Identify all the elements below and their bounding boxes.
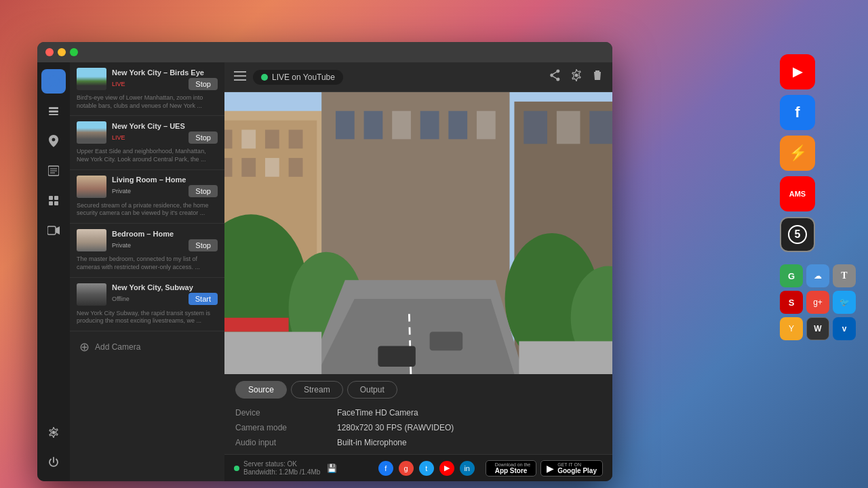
- svg-rect-34: [336, 111, 355, 140]
- device-value: FaceTime HD Camera: [337, 408, 601, 418]
- social-facebook[interactable]: f: [378, 461, 393, 476]
- desktop-google-icon[interactable]: G: [780, 264, 803, 287]
- stop-button[interactable]: Stop: [189, 239, 218, 251]
- camera-item[interactable]: New York City, Subway Offline Start New …: [70, 278, 224, 331]
- desktop-s-icon[interactable]: S: [780, 291, 803, 314]
- desktop-facebook-icon[interactable]: f: [780, 95, 815, 130]
- social-youtube[interactable]: ▶: [439, 461, 454, 476]
- camera-thumbnail: [77, 176, 106, 198]
- desktop-w-icon[interactable]: W: [806, 317, 829, 340]
- camera-status: Offline: [112, 296, 130, 302]
- sidebar-item-play[interactable]: [41, 69, 66, 94]
- camera-name: Bedroom – Home: [112, 230, 218, 238]
- settings-icon[interactable]: [570, 69, 583, 85]
- share-icon[interactable]: [549, 69, 561, 85]
- googleplay-badge[interactable]: ▶ GET IT ON Google Play: [540, 460, 603, 476]
- close-button[interactable]: [45, 48, 54, 56]
- app-body: New York City – Birds Eye LIVE Stop Bird…: [37, 62, 612, 481]
- svg-rect-55: [224, 332, 321, 374]
- camera-status: Private: [112, 242, 131, 249]
- camera-item[interactable]: Living Room – Home Private Stop Secured …: [70, 170, 224, 224]
- delete-icon[interactable]: [592, 69, 603, 85]
- sidebar-item-grid[interactable]: [41, 188, 66, 213]
- svg-point-15: [52, 431, 56, 434]
- camera-item[interactable]: New York City – Birds Eye LIVE Stop Bird…: [70, 62, 224, 116]
- desktop-ams-icon[interactable]: AMS: [780, 176, 815, 211]
- sidebar-item-location[interactable]: [41, 129, 66, 153]
- sidebar: [37, 62, 70, 481]
- tab-source[interactable]: Source: [235, 381, 287, 399]
- social-google[interactable]: g: [399, 461, 414, 476]
- sidebar-item-power[interactable]: [41, 450, 66, 474]
- status-text: Server status: OK Bandwidth: 1.2Mb /1.4M…: [243, 460, 320, 476]
- camera-mode-label: Camera mode: [235, 423, 330, 432]
- svg-rect-24: [224, 129, 232, 148]
- appstore-badge[interactable]: Download on the App Store: [486, 460, 537, 476]
- maximize-button[interactable]: [70, 48, 78, 56]
- tab-output[interactable]: Output: [347, 381, 397, 399]
- desktop-lightning-icon[interactable]: ⚡: [780, 136, 815, 171]
- audio-input-value: Built-in Microphone: [337, 438, 601, 447]
- social-linkedin[interactable]: in: [460, 461, 475, 476]
- svg-marker-1: [52, 79, 57, 84]
- svg-rect-25: [241, 129, 256, 148]
- bandwidth-text: Bandwidth: 1.2Mb /1.4Mb: [243, 468, 320, 476]
- svg-rect-13: [47, 226, 56, 235]
- sidebar-item-library[interactable]: [41, 99, 66, 123]
- stop-button[interactable]: Stop: [189, 185, 218, 197]
- svg-rect-4: [49, 114, 58, 115]
- add-camera-label: Add Camera: [95, 342, 140, 352]
- device-label: Device: [235, 408, 330, 418]
- store-badges: Download on the App Store ▶ GET IT ON Go…: [486, 460, 603, 476]
- camera-description: Secured stream of a private residence, t…: [77, 202, 218, 218]
- desktop-icon-column: ▶ f ⚡ AMS 5 G ☁ T S g+ 🐦 Y W v: [780, 54, 856, 340]
- svg-point-19: [575, 74, 578, 77]
- svg-rect-56: [519, 341, 612, 374]
- camera-thumbnail: [77, 229, 106, 251]
- camera-item[interactable]: Bedroom – Home Private Stop The master b…: [70, 224, 224, 277]
- camera-name: New York City – UES: [112, 122, 218, 130]
- bottom-panel: Source Stream Output Device FaceTime HD …: [224, 374, 612, 454]
- social-icons: f g t ▶ in: [378, 461, 475, 476]
- stop-button[interactable]: Stop: [189, 131, 218, 144]
- menu-icon[interactable]: [234, 71, 246, 83]
- server-status: Server status: OK Bandwidth: 1.2Mb /1.4M…: [234, 460, 337, 476]
- audio-input-label: Audio input: [235, 438, 330, 447]
- video-preview: [224, 92, 612, 374]
- minimize-button[interactable]: [58, 48, 66, 56]
- svg-rect-42: [557, 111, 580, 144]
- tab-row: Source Stream Output: [235, 381, 601, 399]
- camera-status: LIVE: [112, 134, 125, 141]
- add-camera-button[interactable]: ⊕ Add Camera: [70, 331, 224, 363]
- desktop-gplus-icon[interactable]: g+: [806, 291, 829, 314]
- live-dot: [261, 74, 268, 81]
- server-status-text: Server status: OK: [243, 460, 320, 468]
- desktop-y-icon[interactable]: Y: [780, 317, 803, 340]
- desktop-v-icon[interactable]: v: [833, 317, 856, 340]
- camera-item[interactable]: New York City – UES LIVE Stop Upper East…: [70, 116, 224, 169]
- camera-mode-value: 868x488 30 FPS (RAWVIDEO): [337, 423, 601, 432]
- sidebar-item-list[interactable]: [41, 159, 66, 183]
- sidebar-item-video[interactable]: [41, 218, 66, 243]
- desktop-cloud-icon[interactable]: ☁: [806, 264, 829, 287]
- svg-rect-31: [265, 158, 279, 177]
- social-twitter[interactable]: t: [419, 461, 434, 476]
- live-text: LIVE on YouTube: [272, 73, 335, 82]
- tab-stream[interactable]: Stream: [291, 381, 343, 399]
- desktop-s5-icon[interactable]: 5: [780, 217, 815, 252]
- sidebar-item-settings[interactable]: [41, 420, 66, 445]
- start-button[interactable]: Start: [189, 293, 218, 305]
- stop-button[interactable]: Stop: [189, 78, 218, 90]
- desktop-t-icon[interactable]: T: [833, 264, 856, 287]
- svg-rect-54: [224, 318, 289, 332]
- camera-name: Living Room – Home: [112, 176, 218, 184]
- svg-rect-3: [49, 110, 58, 113]
- desktop-youtube-icon[interactable]: ▶: [780, 54, 815, 89]
- camera-thumbnail: [77, 283, 106, 306]
- camera-name: New York City, Subway: [112, 283, 218, 291]
- source-info: Device FaceTime HD Camera Camera mode 12…: [235, 408, 601, 447]
- camera-description: Upper East Side and neighborhood, Manhat…: [77, 148, 218, 163]
- camera-thumbnail: [77, 121, 106, 144]
- desktop-twitter-icon[interactable]: 🐦: [833, 291, 856, 314]
- googleplay-text: GET IT ON Google Play: [557, 462, 597, 474]
